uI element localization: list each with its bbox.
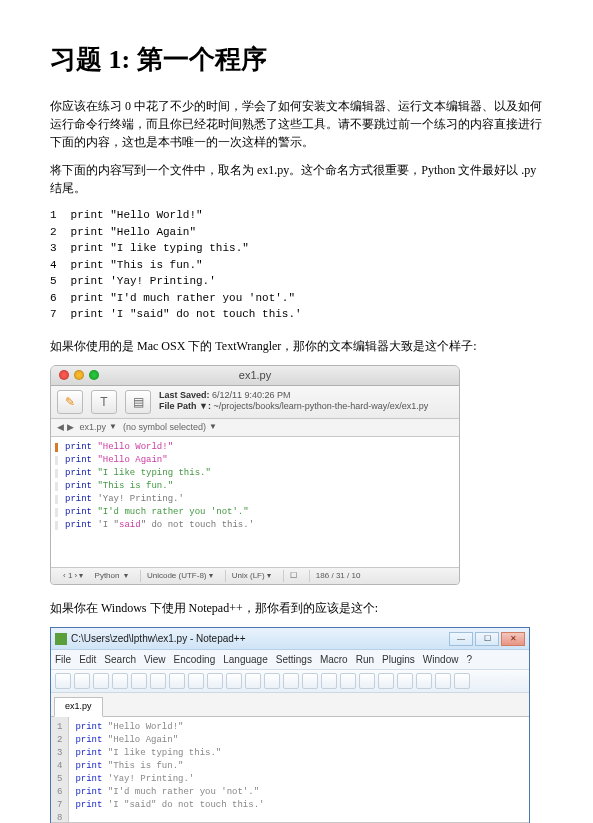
menu-edit[interactable]: Edit <box>79 654 96 665</box>
toolbar-btn[interactable] <box>207 673 223 689</box>
win-titlebar: C:\Users\zed\lpthw\ex1.py - Notepad++ — … <box>51 628 529 650</box>
toolbar-btn[interactable] <box>112 673 128 689</box>
toolbar-btn[interactable] <box>397 673 413 689</box>
win-toolbar[interactable] <box>51 670 529 693</box>
textwrangler-window: ex1.py ✎ T ▤ Last Saved: 6/12/11 9:40:26… <box>50 365 460 586</box>
menu-language[interactable]: Language <box>223 654 268 665</box>
mac-editor[interactable]: print "Hello World!" print "Hello Again"… <box>51 437 459 567</box>
menu-macro[interactable]: Macro <box>320 654 348 665</box>
toolbar-btn[interactable] <box>454 673 470 689</box>
menu-view[interactable]: View <box>144 654 166 665</box>
paragraph: 如果你使用的是 Mac OSX 下的 TextWrangler，那你的文本编辑器… <box>50 337 543 355</box>
toolbar-btn[interactable] <box>378 673 394 689</box>
gutter: 12345678 <box>51 717 69 822</box>
toolbar-btn[interactable] <box>340 673 356 689</box>
minimize-icon[interactable]: — <box>449 632 473 646</box>
page-title: 习题 1: 第一个程序 <box>50 40 543 79</box>
toolbar-btn[interactable] <box>264 673 280 689</box>
toolbar-btn[interactable] <box>226 673 242 689</box>
toolbar-btn[interactable] <box>169 673 185 689</box>
toolbar-btn[interactable] <box>150 673 166 689</box>
toolbar-btn[interactable] <box>188 673 204 689</box>
tab-ex1[interactable]: ex1.py <box>54 697 103 717</box>
toolbar-btn[interactable] <box>416 673 432 689</box>
code-listing: 1 print "Hello World!" 2 print "Hello Ag… <box>50 207 543 323</box>
symbol-dropdown[interactable]: (no symbol selected) ▼ <box>123 421 217 435</box>
pencil-icon[interactable]: ✎ <box>57 390 83 414</box>
toolbar-btn[interactable] <box>283 673 299 689</box>
mac-toolbar: ✎ T ▤ Last Saved: 6/12/11 9:40:26 PM Fil… <box>51 386 459 419</box>
toolbar-btn[interactable] <box>245 673 261 689</box>
menu-settings[interactable]: Settings <box>276 654 312 665</box>
win-menubar[interactable]: FileEditSearchViewEncodingLanguageSettin… <box>51 650 529 670</box>
paragraph: 如果你在 Windows 下使用 Notepad++，那你看到的应该是这个: <box>50 599 543 617</box>
toolbar-btn[interactable] <box>435 673 451 689</box>
menu-run[interactable]: Run <box>356 654 374 665</box>
close-icon[interactable]: ✕ <box>501 632 525 646</box>
doc-icon[interactable]: ▤ <box>125 390 151 414</box>
win-tabs: ex1.py <box>51 693 529 717</box>
mac-titlebar: ex1.py <box>51 366 459 386</box>
paragraph: 你应该在练习 0 中花了不少的时间，学会了如何安装文本编辑器、运行文本编辑器、以… <box>50 97 543 151</box>
mac-statusbar: ‹ 1 › ▾ Python ▾ Unicode (UTF-8) ▾ Unix … <box>51 567 459 584</box>
code-area: print "Hello World!" print "Hello Again"… <box>69 717 529 822</box>
text-tool-icon[interactable]: T <box>91 390 117 414</box>
notepadpp-window: C:\Users\zed\lpthw\ex1.py - Notepad++ — … <box>50 627 530 823</box>
nav-arrows[interactable]: ◀ ▶ <box>57 421 74 435</box>
menu-encoding[interactable]: Encoding <box>174 654 216 665</box>
toolbar-btn[interactable] <box>321 673 337 689</box>
maximize-icon[interactable]: ☐ <box>475 632 499 646</box>
menu-search[interactable]: Search <box>104 654 136 665</box>
toolbar-btn[interactable] <box>93 673 109 689</box>
menu-?[interactable]: ? <box>466 654 472 665</box>
app-icon <box>55 633 67 645</box>
toolbar-btn[interactable] <box>131 673 147 689</box>
window-title: ex1.py <box>51 367 459 384</box>
toolbar-btn[interactable] <box>359 673 375 689</box>
mac-pathbar: ◀ ▶ ex1.py ▼ (no symbol selected) ▼ <box>51 419 459 438</box>
toolbar-btn[interactable] <box>74 673 90 689</box>
menu-file[interactable]: File <box>55 654 71 665</box>
menu-plugins[interactable]: Plugins <box>382 654 415 665</box>
file-info: Last Saved: 6/12/11 9:40:26 PM File Path… <box>159 390 428 413</box>
menu-window[interactable]: Window <box>423 654 459 665</box>
paragraph: 将下面的内容写到一个文件中，取名为 ex1.py。这个命名方式很重要，Pytho… <box>50 161 543 197</box>
file-dropdown[interactable]: ex1.py ▼ <box>80 421 117 435</box>
toolbar-btn[interactable] <box>55 673 71 689</box>
toolbar-btn[interactable] <box>302 673 318 689</box>
win-editor[interactable]: 12345678 print "Hello World!" print "Hel… <box>51 717 529 822</box>
